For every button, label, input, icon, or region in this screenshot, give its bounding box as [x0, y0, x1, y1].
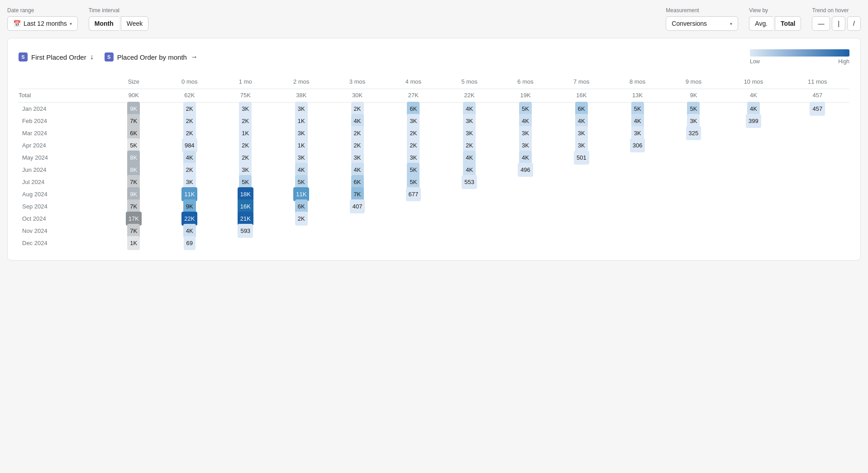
data-cell: 69: [162, 237, 218, 249]
data-cell: 4K: [162, 151, 218, 164]
data-cell: [273, 237, 329, 249]
data-cell: [721, 237, 785, 249]
legend-labels: Low High: [750, 58, 849, 65]
row-label: May 2024: [19, 151, 106, 164]
row-label: Feb 2024: [19, 115, 106, 127]
col-header-size: Size: [106, 76, 162, 89]
data-cell: 3K: [553, 139, 610, 151]
data-cell: [610, 237, 666, 249]
cohort-table: Size 0 mos 1 mo 2 mos 3 mos 4 mos 5 mos …: [19, 76, 849, 249]
data-cell: 4K: [329, 115, 386, 127]
trend-controls: — | /: [812, 16, 861, 31]
data-cell: 1K: [273, 115, 329, 127]
size-cell: 9K: [106, 103, 162, 115]
data-cell: [666, 213, 722, 225]
col-header-9mos: 9 mos: [666, 76, 722, 89]
data-cell: 553: [441, 176, 497, 188]
data-cell: 3K: [497, 139, 553, 151]
row-label: Apr 2024: [19, 139, 106, 151]
placed-order-month-title: S Placed Order by month →: [105, 52, 198, 61]
measurement-label: Measurement: [666, 7, 738, 14]
size-cell: 6K: [106, 127, 162, 139]
total-button[interactable]: Total: [775, 16, 801, 31]
time-interval-group: Time interval Month Week: [89, 7, 149, 31]
data-cell: [610, 225, 666, 237]
data-cell: 3K: [441, 127, 497, 139]
data-cell: 3K: [441, 115, 497, 127]
data-cell: 4K: [329, 164, 386, 176]
data-cell: [786, 151, 849, 164]
data-cell: 18K: [218, 188, 273, 200]
totals-row: Total90K62K75K38K30K27K22K19K16K13K9K4K4…: [19, 89, 849, 103]
toolbar: Date range 📅 Last 12 months ▾ Time inter…: [7, 7, 861, 31]
data-cell: 5K: [218, 176, 273, 188]
data-cell: [610, 188, 666, 200]
data-cell: 4K: [441, 103, 497, 115]
data-cell: [786, 115, 849, 127]
data-cell: 501: [553, 151, 610, 164]
data-cell: [553, 164, 610, 176]
data-cell: 4K: [441, 164, 497, 176]
data-cell: 2K: [162, 164, 218, 176]
data-cell: [329, 237, 386, 249]
size-cell: 17K: [106, 213, 162, 225]
time-interval-controls: Month Week: [89, 16, 149, 31]
view-by-controls: Avg. Total: [749, 16, 801, 31]
data-cell: 407: [329, 200, 386, 213]
data-cell: [786, 225, 849, 237]
data-cell: 6K: [385, 103, 441, 115]
color-legend: Low High: [750, 49, 849, 65]
data-cell: [273, 225, 329, 237]
data-cell: [721, 225, 785, 237]
data-cell: 5K: [497, 103, 553, 115]
first-placed-order-label: First Placed Order: [31, 53, 86, 61]
totals-cell: 27K: [385, 89, 441, 103]
shopify-icon-2: S: [105, 52, 114, 61]
data-cell: 2K: [218, 115, 273, 127]
data-cell: 325: [666, 127, 722, 139]
data-cell: [497, 225, 553, 237]
data-cell: [721, 139, 785, 151]
data-cell: 4K: [721, 103, 785, 115]
totals-cell: 38K: [273, 89, 329, 103]
data-cell: 677: [385, 188, 441, 200]
size-cell: 9K: [106, 188, 162, 200]
data-cell: [553, 213, 610, 225]
trend-dash-button[interactable]: —: [812, 16, 830, 31]
view-by-label: View by: [749, 7, 801, 14]
data-cell: 4K: [497, 115, 553, 127]
data-cell: 1K: [273, 139, 329, 151]
trend-slash-button[interactable]: /: [847, 16, 861, 31]
totals-cell: 19K: [497, 89, 553, 103]
month-button[interactable]: Month: [89, 16, 119, 31]
data-cell: [666, 176, 722, 188]
size-cell: 1K: [106, 237, 162, 249]
totals-cell: 22K: [441, 89, 497, 103]
measurement-group: Measurement Conversions ▾: [666, 7, 738, 31]
week-button[interactable]: Week: [121, 16, 149, 31]
data-cell: [786, 200, 849, 213]
data-cell: [385, 213, 441, 225]
data-cell: 7K: [329, 188, 386, 200]
col-header-2mos: 2 mos: [273, 76, 329, 89]
calendar-icon: 📅: [13, 20, 21, 27]
data-cell: 2K: [218, 151, 273, 164]
data-cell: [786, 127, 849, 139]
measurement-select[interactable]: Conversions ▾: [666, 16, 738, 31]
data-cell: [497, 176, 553, 188]
data-cell: [721, 127, 785, 139]
data-cell: 2K: [385, 139, 441, 151]
totals-cell: 16K: [553, 89, 610, 103]
trend-bar-button[interactable]: |: [832, 16, 845, 31]
data-cell: [610, 151, 666, 164]
size-cell: 8K: [106, 151, 162, 164]
data-cell: 3K: [666, 115, 722, 127]
data-cell: [329, 225, 386, 237]
data-cell: 3K: [497, 127, 553, 139]
data-cell: 306: [610, 139, 666, 151]
avg-button[interactable]: Avg.: [749, 16, 773, 31]
data-cell: 399: [721, 115, 785, 127]
card-header: S First Placed Order ↓ S Placed Order by…: [19, 49, 849, 65]
first-placed-order-title: S First Placed Order ↓: [19, 52, 94, 61]
date-range-button[interactable]: 📅 Last 12 months ▾: [7, 16, 78, 31]
